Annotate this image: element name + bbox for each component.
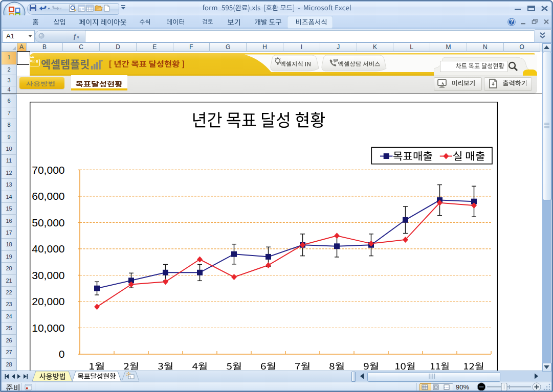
svg-text:0: 0 xyxy=(58,348,64,360)
svg-text:60,000: 60,000 xyxy=(32,190,64,202)
svg-text:50,000: 50,000 xyxy=(32,216,64,228)
svg-text:20,000: 20,000 xyxy=(32,295,64,307)
svg-text:30,000: 30,000 xyxy=(32,269,64,281)
svg-text:40,000: 40,000 xyxy=(32,243,64,255)
svg-text:70,000: 70,000 xyxy=(32,164,64,175)
svg-text:x: x xyxy=(76,34,79,39)
svg-text:10,000: 10,000 xyxy=(32,321,64,333)
svg-text:?: ? xyxy=(510,19,513,25)
